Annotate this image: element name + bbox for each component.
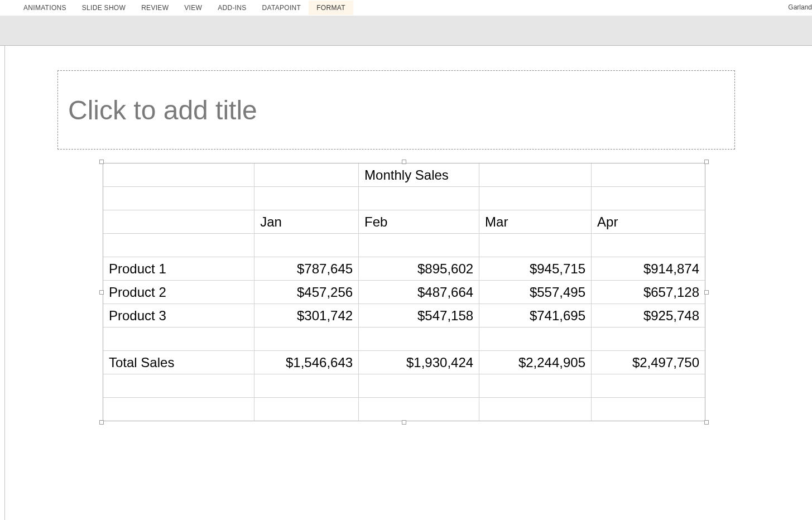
tab-review[interactable]: REVIEW [133,1,176,15]
tab-animations[interactable]: ANIMATIONS [16,1,74,15]
title-placeholder[interactable]: Click to add title [57,70,735,150]
ribbon-tabs: ANIMATIONS SLIDE SHOW REVIEW VIEW ADD-IN… [0,0,812,16]
tab-add-ins[interactable]: ADD-INS [210,1,254,15]
tab-view[interactable]: VIEW [176,1,210,15]
slide-canvas[interactable]: Click to add title [4,46,808,520]
title-placeholder-text: Click to add title [68,95,257,126]
tab-datapoint[interactable]: DATAPOINT [254,1,309,15]
user-name[interactable]: Garland [788,3,812,11]
ribbon-toolbar [0,16,812,46]
table-object[interactable]: Monthly Sales Jan Feb Mar Apr [103,163,705,421]
selection-border [103,163,705,421]
tab-slide-show[interactable]: SLIDE SHOW [74,1,133,15]
tab-format[interactable]: FORMAT [309,1,353,15]
